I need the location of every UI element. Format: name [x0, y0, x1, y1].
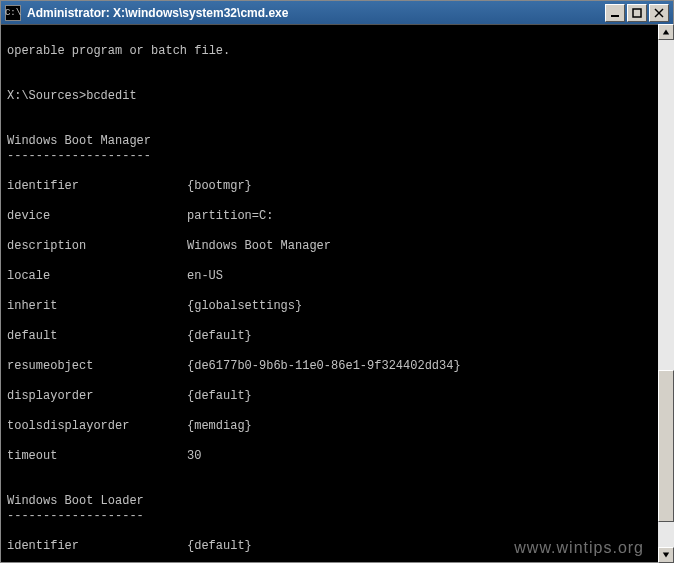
scroll-down-button[interactable]: [658, 547, 674, 563]
close-button[interactable]: [649, 4, 669, 22]
titlebar[interactable]: C:\ Administrator: X:\windows\system32\c…: [1, 1, 673, 25]
kv-row: identifier{bootmgr}: [7, 179, 667, 194]
maximize-button[interactable]: [627, 4, 647, 22]
kv-row: localeen-US: [7, 269, 667, 284]
minimize-button[interactable]: [605, 4, 625, 22]
prompt-line: X:\Sources>bcdedit: [7, 89, 667, 104]
cmd-icon: C:\: [5, 5, 21, 21]
section-title: Windows Boot Loader: [7, 494, 144, 508]
kv-row: timeout30: [7, 449, 667, 464]
blank-line: [7, 74, 14, 88]
kv-row: descriptionWindows Boot Manager: [7, 239, 667, 254]
kv-row: displayorder{default}: [7, 389, 667, 404]
divider-line: --------------------: [7, 149, 667, 164]
blank-line: [7, 479, 14, 493]
scroll-thumb[interactable]: [658, 370, 674, 522]
kv-row: devicepartition=C:: [7, 209, 667, 224]
window-title: Administrator: X:\windows\system32\cmd.e…: [27, 6, 605, 20]
section-title: Windows Boot Manager: [7, 134, 151, 148]
scroll-track[interactable]: [658, 40, 674, 547]
svg-marker-4: [663, 30, 669, 35]
kv-row: default{default}: [7, 329, 667, 344]
scroll-up-button[interactable]: [658, 24, 674, 40]
kv-row: inherit{globalsettings}: [7, 299, 667, 314]
kv-row: resumeobject{de6177b0-9b6b-11e0-86e1-9f3…: [7, 359, 667, 374]
blank-line: [7, 119, 14, 133]
console-output[interactable]: operable program or batch file. X:\Sourc…: [1, 25, 673, 562]
output-line: operable program or batch file.: [7, 44, 667, 59]
kv-row: toolsdisplayorder{memdiag}: [7, 419, 667, 434]
svg-marker-5: [663, 553, 669, 558]
cmd-window: C:\ Administrator: X:\windows\system32\c…: [0, 0, 674, 563]
vertical-scrollbar[interactable]: [658, 24, 674, 563]
window-controls: [605, 4, 669, 22]
divider-line: -------------------: [7, 509, 667, 524]
svg-rect-1: [633, 9, 641, 17]
kv-row: identifier{default}: [7, 539, 667, 554]
